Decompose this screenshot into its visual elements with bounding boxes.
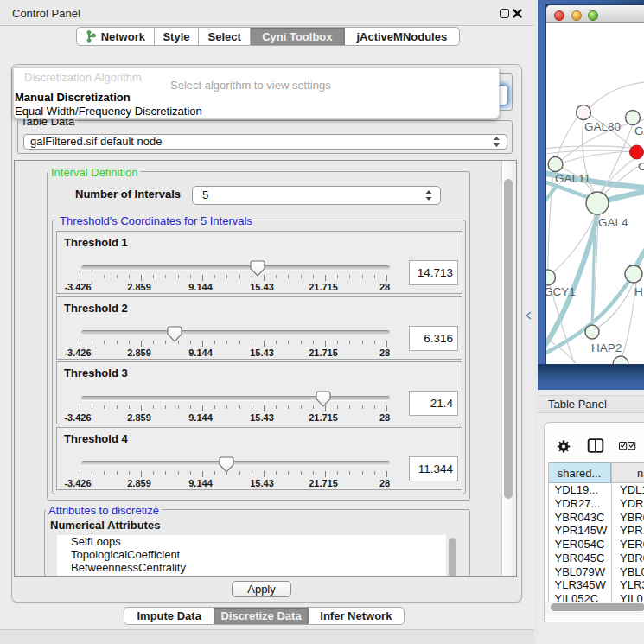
svg-text:GCY1: GCY1 [546, 285, 576, 298]
svg-text:GAL11: GAL11 [555, 172, 590, 185]
svg-text:HAP2: HAP2 [591, 341, 622, 354]
svg-text:C: C [638, 160, 644, 173]
svg-text:H: H [634, 285, 643, 298]
svg-text:GAL4: GAL4 [598, 216, 628, 229]
svg-text:GAL80: GAL80 [584, 120, 621, 133]
svg-text:GA: GA [634, 124, 644, 137]
